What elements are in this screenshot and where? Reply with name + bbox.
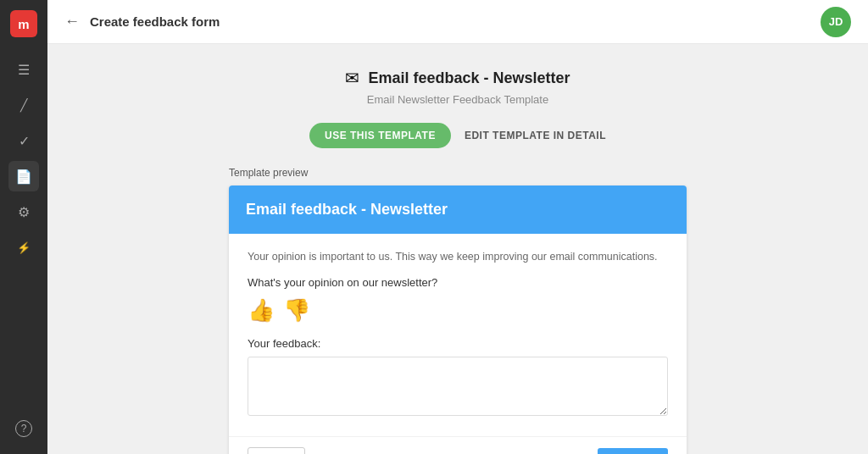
template-header: ✉ Email feedback - Newsletter Email News… [345, 68, 570, 106]
preview-card-title: Email feedback - Newsletter [246, 201, 448, 218]
preview-label: Template preview [229, 167, 687, 179]
menu-icon: ☰ [18, 62, 30, 78]
preview-card-footer: ‹ Back Send ► [229, 436, 687, 454]
edit-template-button[interactable]: EDIT TEMPLATE IN DETAIL [465, 130, 606, 141]
back-button[interactable]: ← [64, 13, 80, 30]
sidebar-bottom: ? [8, 413, 39, 444]
sidebar-item-tasks[interactable]: ✓ [8, 125, 39, 156]
tasks-icon: ✓ [19, 133, 30, 149]
topbar: ← Create feedback form JD [47, 0, 868, 44]
preview-card-header: Email feedback - Newsletter [229, 185, 687, 234]
sidebar: m ☰ ╱ ✓ 📄 ⚙ ⚡ ? [0, 0, 47, 454]
send-button[interactable]: Send ► [598, 448, 668, 455]
action-buttons: USE THIS TEMPLATE EDIT TEMPLATE IN DETAI… [309, 123, 606, 148]
sidebar-item-reports[interactable]: 📄 [8, 161, 39, 191]
sidebar-item-settings[interactable]: ⚙ [8, 197, 39, 227]
thumbs-row: 👍 👎 [248, 297, 668, 324]
template-subtitle: Email Newsletter Feedback Template [367, 93, 548, 106]
question-label: What's your opinion on our newsletter? [248, 276, 668, 289]
preview-card: Email feedback - Newsletter Your opinion… [229, 185, 687, 454]
page-title: Create feedback form [90, 14, 220, 29]
preview-description: Your opinion is important to us. This wa… [248, 251, 668, 263]
thumbs-up-button[interactable]: 👍 [248, 297, 275, 324]
sidebar-item-help[interactable]: ? [8, 413, 39, 444]
analytics-icon: ╱ [20, 98, 27, 112]
sidebar-item-menu[interactable]: ☰ [8, 54, 39, 85]
avatar[interactable]: JD [821, 7, 851, 37]
help-icon: ? [15, 420, 32, 437]
sidebar-item-analytics[interactable]: ╱ [8, 90, 39, 120]
settings-icon: ⚙ [18, 204, 30, 220]
thumbs-down-button[interactable]: 👎 [283, 297, 310, 324]
preview-card-body: Your opinion is important to us. This wa… [229, 234, 687, 436]
topbar-left: ← Create feedback form [64, 13, 220, 30]
template-title: Email feedback - Newsletter [368, 69, 570, 87]
back-nav-button[interactable]: ‹ Back [248, 447, 305, 454]
sidebar-item-runners[interactable]: ⚡ [8, 232, 39, 263]
feedback-label: Your feedback: [248, 337, 668, 350]
email-icon: ✉ [345, 68, 359, 88]
content-area: ✉ Email feedback - Newsletter Email News… [47, 44, 868, 454]
template-title-row: ✉ Email feedback - Newsletter [345, 68, 570, 88]
preview-section: Template preview Email feedback - Newsle… [229, 167, 687, 454]
feedback-textarea[interactable] [248, 357, 668, 416]
sidebar-nav: ☰ ╱ ✓ 📄 ⚙ ⚡ [8, 54, 39, 413]
sidebar-logo[interactable]: m [10, 10, 37, 37]
reports-icon: 📄 [15, 169, 32, 185]
runners-icon: ⚡ [17, 241, 31, 254]
main-content: ← Create feedback form JD ✉ Email feedba… [47, 0, 868, 454]
use-template-button[interactable]: USE THIS TEMPLATE [309, 123, 451, 148]
